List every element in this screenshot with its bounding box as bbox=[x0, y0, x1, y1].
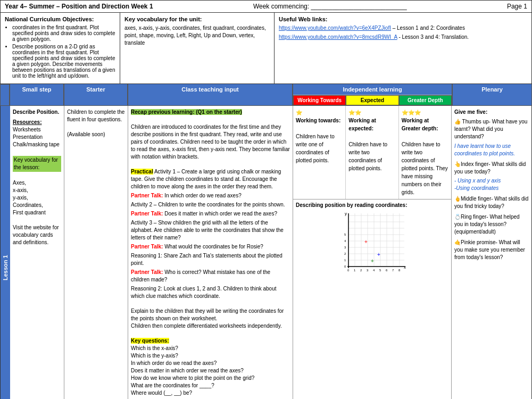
partner-text-3: What would the coordinates be for Rosie? bbox=[164, 244, 263, 250]
greater-text: Children have to write two coordinates o… bbox=[402, 140, 448, 196]
vocab-unit-content: axes, x-axis, y-axis, coordinates, first… bbox=[124, 24, 270, 47]
svg-text:4: 4 bbox=[344, 239, 346, 243]
partner-talk-4: Partner Talk: Who is correct? What mista… bbox=[131, 269, 290, 284]
expected-label: Working at expected: bbox=[348, 117, 395, 132]
plenary-intro: Give me five: bbox=[454, 109, 529, 116]
svg-text:0: 0 bbox=[344, 265, 346, 268]
small-step-heading: Describe Position. bbox=[13, 109, 61, 116]
kq-5: How do we know where to plot the point o… bbox=[131, 375, 290, 382]
partner-talk-1: Partner Talk: In which order do we read … bbox=[131, 192, 290, 200]
svg-text:3: 3 bbox=[344, 246, 346, 249]
svg-text:y: y bbox=[345, 211, 347, 216]
towards-label: Working towards: bbox=[296, 117, 343, 124]
column-headers: Small step Starter Class teaching input … bbox=[0, 84, 532, 106]
plenary-skills-1: - Using x and y axis bbox=[454, 177, 529, 185]
kq-1: Which is the x-axis? bbox=[131, 345, 290, 352]
resources-label: Resources: bbox=[13, 119, 61, 126]
website-note: Visit the website for vocabulary cards a… bbox=[13, 224, 61, 246]
svg-text:5: 5 bbox=[344, 233, 346, 236]
weblink-1[interactable]: https://www.youtube.com/watch?v=6eX4PZJi… bbox=[279, 24, 527, 32]
svg-text:4: 4 bbox=[373, 269, 375, 272]
indep-bottom-label: Describing position by reading coordinat… bbox=[296, 202, 448, 208]
svg-text:+: + bbox=[371, 258, 374, 264]
vocab-unit-heading: Key vocabulary for the unit: bbox=[124, 16, 270, 22]
plenary-header: Plenary bbox=[452, 84, 532, 106]
starter-col: Children to complete the fluent in four … bbox=[64, 106, 128, 399]
objective-item: Describe positions on a 2-D grid as coor… bbox=[12, 44, 115, 79]
objectives-list: coordinates in the first quadrant. Plot … bbox=[5, 24, 115, 79]
greater-label: Working at Greater depth: bbox=[402, 117, 448, 132]
independent-note: Children then complete differentiated wo… bbox=[131, 322, 290, 330]
resource-worksheets: Worksheets bbox=[13, 126, 61, 134]
svg-text:1: 1 bbox=[354, 269, 356, 272]
header-week: Week commencing: _______________________… bbox=[253, 3, 407, 10]
plenary-skills-2: -Using coordinates bbox=[454, 185, 529, 192]
kq-6: What are the coordinates for ____? bbox=[131, 382, 290, 389]
towards-col: ⭐ Working towards: Children have to writ… bbox=[293, 106, 346, 199]
kq-7: Where would (__, __) be? bbox=[131, 389, 290, 397]
towards-header: Working Towards bbox=[293, 95, 346, 105]
vocab-axes: Axes, bbox=[13, 179, 61, 187]
kq-3: In which order do we read the axes? bbox=[131, 360, 290, 367]
plenary-index: 👆Index finger- What skills did you use t… bbox=[454, 161, 529, 176]
weblink-2[interactable]: https://www.youtube.com/watch?v=8mcsdR9W… bbox=[279, 34, 527, 41]
weblink-2-suffix: - Lesson 3 and 4: Translation. bbox=[398, 34, 469, 40]
svg-text:x: x bbox=[404, 265, 406, 270]
partner-talk-3: Partner Talk: What would the coordinates… bbox=[131, 243, 290, 251]
resource-chalk: Chalk/masking tape bbox=[13, 141, 61, 148]
partner-text-2: Does it matter in which order we read th… bbox=[164, 211, 277, 217]
kq-2: Which is the y-axis? bbox=[131, 352, 290, 360]
vocab-lesson-label: Key vocabulary for the lesson: bbox=[13, 156, 61, 172]
activity-3: Activity 3 – Show children the grid with… bbox=[131, 219, 290, 242]
header-page: Page 1 bbox=[507, 3, 527, 10]
top-info-row: National Curriculum Objectives: coordina… bbox=[0, 13, 532, 84]
greater-col: ⭐⭐⭐ Working at Greater depth: Children h… bbox=[399, 106, 451, 199]
objective-item: coordinates in the first quadrant. Plot … bbox=[12, 24, 115, 42]
small-step-col: Describe Position. Resources: Worksheets… bbox=[10, 106, 64, 399]
reasoning-2: Reasoning 2: Look at clues 1, 2 and 3. C… bbox=[131, 285, 290, 300]
partner-label-2: Partner Talk: bbox=[131, 211, 163, 217]
teaching-header: Class teaching input bbox=[128, 84, 293, 106]
explain-text: Explain to the children that they will b… bbox=[131, 307, 290, 322]
vocab-first-quadrant: First quadrant bbox=[13, 209, 61, 217]
partner-label-1: Partner Talk: bbox=[131, 193, 163, 198]
expected-stars: ⭐⭐ bbox=[348, 109, 395, 117]
svg-text:7: 7 bbox=[392, 269, 394, 272]
svg-text:5: 5 bbox=[379, 269, 381, 272]
header: Year 4– Summer – Position and Direction … bbox=[0, 0, 532, 13]
indep-sub-headers: Working Towards Expected Greater Depth bbox=[293, 95, 452, 105]
plenary-ring: 💍Ring finger- What helped you in today's… bbox=[454, 213, 529, 236]
starter-header: Starter bbox=[64, 84, 128, 106]
plenary-have-learnt: I have learnt how to use coordinates to … bbox=[454, 143, 529, 157]
weblink-1-anchor[interactable]: https://www.youtube.com/watch?v=6eX4PZJi… bbox=[279, 25, 391, 31]
starter-available: (Available soon) bbox=[67, 131, 125, 138]
partner-label-3: Partner Talk: bbox=[131, 244, 163, 250]
practical-label: Practical bbox=[131, 169, 153, 174]
objectives-heading: National Curriculum Objectives: bbox=[5, 16, 115, 22]
coordinate-grid: y x 0 1 2 3 4 5 6 7 8 0 bbox=[338, 211, 407, 275]
svg-text:6: 6 bbox=[386, 269, 388, 272]
kq-4: Does it matter in which order we read th… bbox=[131, 367, 290, 375]
towards-stars: ⭐ bbox=[296, 109, 343, 117]
expected-text: Children have to write two coordinates o… bbox=[348, 140, 395, 172]
teaching-intro: Children are introduced to coordinates f… bbox=[131, 123, 290, 161]
objectives-col: National Curriculum Objectives: coordina… bbox=[1, 13, 120, 84]
independent-header: Independent learning Working Towards Exp… bbox=[293, 84, 452, 106]
lesson-col-header-spacer bbox=[0, 84, 10, 106]
indep-top: ⭐ Working towards: Children have to writ… bbox=[293, 106, 451, 199]
expected-header: Expected bbox=[346, 95, 398, 105]
vocab-xaxis: x-axis, bbox=[13, 187, 61, 194]
independent-col: ⭐ Working towards: Children have to writ… bbox=[293, 106, 452, 399]
reasoning-1: Reasoning 1: Share Zach and Tia's statem… bbox=[131, 252, 290, 267]
indep-bottom: Describing position by reading coordinat… bbox=[293, 199, 451, 281]
vocab-coords: Coordinates, bbox=[13, 202, 61, 209]
partner-talk-2: Partner Talk: Does it matter in which or… bbox=[131, 210, 290, 218]
weblink-2-anchor[interactable]: https://www.youtube.com/watch?v=8mcsdR9W… bbox=[279, 34, 397, 40]
starter-text: Children to complete the fluent in four … bbox=[67, 109, 125, 123]
header-title: Year 4– Summer – Position and Direction … bbox=[5, 3, 153, 10]
page-wrapper: Year 4– Summer – Position and Direction … bbox=[0, 0, 532, 399]
greater-header: Greater Depth bbox=[399, 95, 452, 105]
towards-text: Children have to write one of coordinate… bbox=[296, 132, 343, 164]
activity-1: Practical Activity 1 – Create a large gr… bbox=[131, 168, 290, 190]
svg-text:3: 3 bbox=[367, 269, 369, 272]
